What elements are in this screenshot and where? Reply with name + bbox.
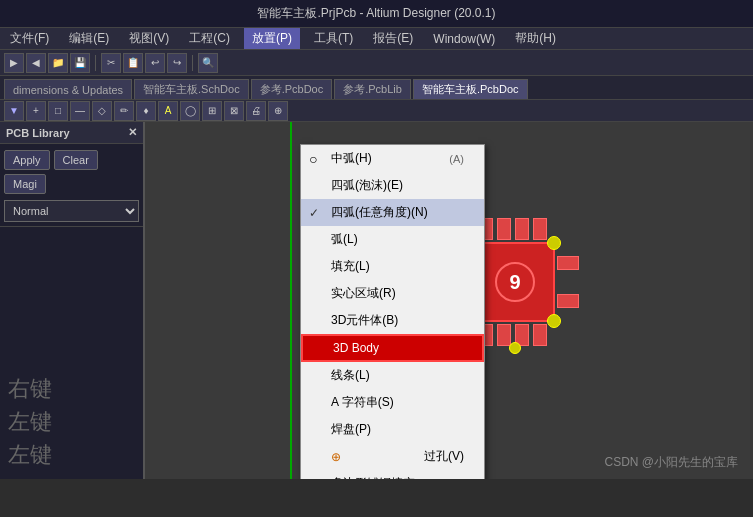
menu-help[interactable]: 帮助(H) xyxy=(509,28,562,49)
any-arc-check: ✓ xyxy=(309,206,319,220)
tool-s12[interactable]: ⊕ xyxy=(268,101,288,121)
sidebar-header: PCB Library ✕ xyxy=(0,122,143,144)
menu-fill[interactable]: 填充(L) xyxy=(301,253,484,280)
fill-label: 填充(L) xyxy=(331,258,370,275)
right-key-label: 右键 xyxy=(8,372,135,405)
toolbar-btn-8[interactable]: ↪ xyxy=(167,53,187,73)
main-layout: PCB Library ✕ Apply Clear Magi Normal 右键… xyxy=(0,122,753,479)
toolbar-btn-7[interactable]: ↩ xyxy=(145,53,165,73)
sidebar: PCB Library ✕ Apply Clear Magi Normal 右键… xyxy=(0,122,145,479)
tab-pcbdoc[interactable]: 参考.PcbDoc xyxy=(251,79,333,99)
menu-3d-body[interactable]: 3D Body xyxy=(301,334,484,362)
toolbar-main: ▶ ◀ 📁 💾 ✂ 📋 ↩ ↪ 🔍 xyxy=(0,50,753,76)
menu-place[interactable]: 放置(P) xyxy=(244,28,300,49)
menu-rect-arc[interactable]: 四弧(泡沫)(E) xyxy=(301,172,484,199)
tool-s7[interactable]: A xyxy=(158,101,178,121)
sidebar-bottom-text: 右键 左键 左键 xyxy=(0,364,143,479)
menu-via[interactable]: ⊕ 过孔(V) xyxy=(301,443,484,470)
solid-region-label: 实心区域(R) xyxy=(331,285,396,302)
toolbar-sep-2 xyxy=(192,55,193,71)
string-label: A 字符串(S) xyxy=(331,394,394,411)
menu-any-arc[interactable]: ✓ 四弧(任意角度)(N) xyxy=(301,199,484,226)
tab-pcblib[interactable]: 参考.PcbLib xyxy=(334,79,411,99)
polygon-label: 多边形铺铜挖空 xyxy=(331,475,415,479)
via-text: 过孔(V) xyxy=(424,448,464,465)
menu-file[interactable]: 文件(F) xyxy=(4,28,55,49)
tab-bar: dimensions & Updates 智能车主板.SchDoc 参考.Pcb… xyxy=(0,76,753,100)
toolbar-btn-4[interactable]: 💾 xyxy=(70,53,90,73)
menu-project[interactable]: 工程(C) xyxy=(183,28,236,49)
tool-s9[interactable]: ⊞ xyxy=(202,101,222,121)
pad-right-1 xyxy=(557,256,579,270)
toolbar-btn-5[interactable]: ✂ xyxy=(101,53,121,73)
menu-pad[interactable]: 焊盘(P) xyxy=(301,416,484,443)
middle-arc-bullet: ○ xyxy=(309,151,317,167)
tab-dimensions[interactable]: dimensions & Updates xyxy=(4,79,132,99)
filter-btn[interactable]: ▼ xyxy=(4,101,24,121)
tool-s2[interactable]: □ xyxy=(48,101,68,121)
menu-middle-arc[interactable]: ○ 中弧(H) (A) xyxy=(301,145,484,172)
3d-model-label: 3D元件体(B) xyxy=(331,312,398,329)
watermark: CSDN @小阳先生的宝库 xyxy=(604,454,738,471)
toolbar-btn-2[interactable]: ◀ xyxy=(26,53,46,73)
tool-s4[interactable]: ◇ xyxy=(92,101,112,121)
any-arc-label: 四弧(任意角度)(N) xyxy=(331,204,428,221)
tool-s8[interactable]: ◯ xyxy=(180,101,200,121)
tab-main-pcbdoc[interactable]: 智能车主板.PcbDoc xyxy=(413,79,528,99)
toolbar-btn-9[interactable]: 🔍 xyxy=(198,53,218,73)
tool-s3[interactable]: — xyxy=(70,101,90,121)
sidebar-controls: Apply Clear Magi xyxy=(0,144,143,200)
dropdown-overlay: ○ 中弧(H) (A) 四弧(泡沫)(E) ✓ 四弧(任意角度)(N) 弧(L)… xyxy=(145,122,753,479)
menu-window[interactable]: Window(W) xyxy=(427,30,501,48)
green-separator-line xyxy=(290,122,292,479)
menu-solid-region[interactable]: 实心区域(R) xyxy=(301,280,484,307)
magi-button[interactable]: Magi xyxy=(4,174,46,194)
tool-s6[interactable]: ♦ xyxy=(136,101,156,121)
middle-arc-label: 中弧(H) xyxy=(331,150,372,167)
place-dropdown-menu[interactable]: ○ 中弧(H) (A) 四弧(泡沫)(E) ✓ 四弧(任意角度)(N) 弧(L)… xyxy=(300,144,485,479)
menu-edit[interactable]: 编辑(E) xyxy=(63,28,115,49)
sidebar-title: PCB Library xyxy=(6,127,70,139)
pcb-component: 9 xyxy=(475,242,555,322)
tool-s1[interactable]: + xyxy=(26,101,46,121)
ic-number: 9 xyxy=(495,262,535,302)
left-key-label-2: 左键 xyxy=(8,438,135,471)
normal-dropdown[interactable]: Normal xyxy=(4,200,139,222)
pad-top-4 xyxy=(533,218,547,240)
menu-bar: 文件(F) 编辑(E) 视图(V) 工程(C) 放置(P) 工具(T) 报告(E… xyxy=(0,28,753,50)
toolbar-btn-6[interactable]: 📋 xyxy=(123,53,143,73)
apply-button[interactable]: Apply xyxy=(4,150,50,170)
corner-marker-br xyxy=(547,314,561,328)
tool-s5[interactable]: ✏ xyxy=(114,101,134,121)
menu-string[interactable]: A 字符串(S) xyxy=(301,389,484,416)
menu-arc-l[interactable]: 弧(L) xyxy=(301,226,484,253)
menu-tools[interactable]: 工具(T) xyxy=(308,28,359,49)
tool-s10[interactable]: ⊠ xyxy=(224,101,244,121)
pad-bottom-4 xyxy=(533,324,547,346)
menu-reports[interactable]: 报告(E) xyxy=(367,28,419,49)
sidebar-close-icon[interactable]: ✕ xyxy=(128,126,137,139)
middle-arc-shortcut: (A) xyxy=(449,153,464,165)
menu-view[interactable]: 视图(V) xyxy=(123,28,175,49)
menu-polygon[interactable]: 多边形铺铜挖空 xyxy=(301,470,484,479)
toolbar-btn-3[interactable]: 📁 xyxy=(48,53,68,73)
via-label: ⊕ xyxy=(331,450,341,464)
left-key-label-1: 左键 xyxy=(8,405,135,438)
rect-arc-label: 四弧(泡沫)(E) xyxy=(331,177,403,194)
toolbar-btn-1[interactable]: ▶ xyxy=(4,53,24,73)
pad-right-2 xyxy=(557,294,579,308)
menu-trace[interactable]: 线条(L) xyxy=(301,362,484,389)
title-text: 智能车主板.PrjPcb - Altium Designer (20.0.1) xyxy=(257,5,495,22)
corner-marker-tr xyxy=(547,236,561,250)
ic-body: 9 xyxy=(475,242,555,322)
arc-l-label: 弧(L) xyxy=(331,231,358,248)
tool-s11[interactable]: 🖨 xyxy=(246,101,266,121)
canvas-area[interactable]: 9 CSDN @小阳先生的宝库 ○ 中弧(H) (A) xyxy=(145,122,753,479)
toolbar-sep-1 xyxy=(95,55,96,71)
clear-button[interactable]: Clear xyxy=(54,150,98,170)
trace-label: 线条(L) xyxy=(331,367,370,384)
menu-3d-model[interactable]: 3D元件体(B) xyxy=(301,307,484,334)
tab-schdoc[interactable]: 智能车主板.SchDoc xyxy=(134,79,249,99)
pad-top-3 xyxy=(515,218,529,240)
pad-top-2 xyxy=(497,218,511,240)
